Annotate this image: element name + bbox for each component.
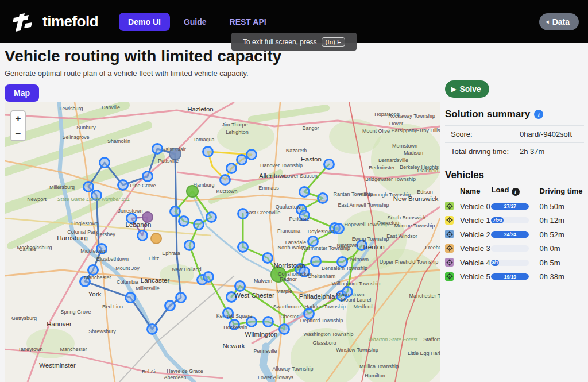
- map-town-label: Cheltenham: [308, 273, 336, 279]
- nav-item-demo-ui[interactable]: Demo UI: [119, 13, 170, 31]
- map-town-label: Winslow Township: [336, 347, 378, 353]
- map-town-label: Lehighton: [226, 129, 249, 135]
- visit-marker[interactable]: [84, 182, 94, 192]
- map-town-label: New Holland: [172, 267, 201, 272]
- map-town-label: Linglestown: [71, 221, 99, 226]
- map-town-label: Hershey: [96, 231, 115, 237]
- visit-marker[interactable]: [308, 237, 318, 246]
- visit-marker[interactable]: [165, 301, 175, 311]
- map-town-label: Danville: [102, 105, 120, 110]
- nav-item-rest-api[interactable]: REST API: [220, 13, 276, 31]
- load-info-icon[interactable]: i: [512, 188, 520, 196]
- visit-marker[interactable]: [100, 158, 110, 168]
- load-bar-fill: 7/23: [491, 217, 504, 223]
- map-town-label: Lower Alloways: [258, 375, 294, 380]
- vehicle-name: Vehicle 5: [460, 270, 491, 284]
- visit-marker[interactable]: [176, 293, 186, 303]
- map-town-label: Lancaster: [141, 277, 170, 284]
- visit-marker[interactable]: [304, 309, 314, 319]
- visit-marker[interactable]: [220, 175, 230, 185]
- vehicles-table: Name Loadi Driving time Vehicle 027/270h…: [445, 186, 584, 284]
- map-town-label: Chester: [280, 314, 299, 319]
- visit-marker[interactable]: [237, 155, 247, 165]
- solution-summary-title: Solution summary: [445, 109, 530, 120]
- vehicle-row: Vehicle 224/240h 52m: [445, 227, 584, 242]
- map-town-label: Marple: [276, 288, 292, 294]
- vehicle-row: Vehicle 027/270h 50m: [445, 199, 584, 214]
- vehicle-driving-time: 0h 12m: [539, 214, 584, 228]
- zoom-out-button[interactable]: −: [11, 126, 25, 140]
- route-map[interactable]: + − LewisburgDanvilleHazletonSunburySeli…: [5, 102, 440, 382]
- map-town-label: Lower Saucon: [284, 173, 318, 179]
- visit-marker[interactable]: [324, 160, 334, 169]
- visit-marker[interactable]: [300, 187, 310, 197]
- map-canvas[interactable]: LewisburgDanvilleHazletonSunburySelinsgr…: [5, 102, 440, 382]
- visit-marker[interactable]: [227, 164, 237, 173]
- visit-marker[interactable]: [185, 241, 195, 250]
- map-town-label: Bangor: [302, 125, 319, 131]
- visit-marker[interactable]: [179, 217, 189, 226]
- visit-marker[interactable]: [318, 194, 328, 203]
- vehicle-name: Vehicle 2: [460, 227, 491, 242]
- summary-info-icon[interactable]: i: [534, 110, 543, 119]
- solve-button[interactable]: ▶ Solve: [445, 80, 489, 98]
- map-town-label: Sunbury: [76, 125, 96, 130]
- visit-marker[interactable]: [126, 293, 136, 303]
- depot-marker[interactable]: [151, 233, 161, 244]
- map-town-label: West Chester: [234, 292, 274, 299]
- visit-marker[interactable]: [143, 172, 153, 182]
- visit-marker[interactable]: [88, 265, 98, 275]
- visit-marker[interactable]: [280, 325, 289, 334]
- vehicle-crosshair-icon: [445, 230, 454, 238]
- map-town-label: Medford: [353, 304, 372, 310]
- summary-row: Total driving time:2h 37m: [445, 143, 584, 160]
- visit-marker[interactable]: [263, 253, 273, 263]
- map-town-label: Washington Township: [303, 331, 353, 337]
- map-town-label: Dover: [389, 121, 403, 126]
- visit-marker[interactable]: [138, 231, 148, 241]
- load-bar-fill: 27/27: [491, 203, 529, 210]
- solve-button-label: Solve: [459, 84, 481, 94]
- page-subtitle: Generate optimal route plan of a vehicle…: [5, 69, 249, 78]
- visit-marker[interactable]: [203, 147, 213, 157]
- visit-marker[interactable]: [204, 272, 214, 282]
- load-bar-fill: 3/1: [491, 260, 498, 266]
- data-button[interactable]: ◂ Data: [539, 13, 579, 30]
- summary-value: 2h 37m: [520, 143, 584, 160]
- map-town-label: Lebanon: [126, 221, 152, 228]
- vehicle-driving-time: 0h 0m: [539, 242, 584, 256]
- visit-marker[interactable]: [311, 257, 321, 267]
- visit-marker[interactable]: [207, 213, 216, 222]
- visit-marker[interactable]: [148, 325, 157, 334]
- visit-marker[interactable]: [238, 242, 248, 252]
- map-town-label: State Game Lands Number 211: [57, 196, 130, 202]
- map-town-label: Wharton State Forest: [368, 337, 417, 342]
- map-town-label: Deptford Township: [300, 318, 343, 323]
- visit-marker[interactable]: [194, 220, 204, 230]
- map-town-label: Bedminster: [369, 165, 395, 171]
- vehicle-row: Vehicle 30h 0m: [445, 242, 584, 256]
- visit-marker[interactable]: [171, 207, 180, 217]
- vehicle-crosshair-icon: [445, 202, 454, 210]
- zoom-in-button[interactable]: +: [11, 111, 25, 126]
- visit-marker[interactable]: [153, 144, 163, 154]
- vehicle-crosshair-icon: [445, 216, 454, 225]
- map-town-label: Mount Joy: [115, 265, 140, 271]
- tab-map[interactable]: Map: [5, 84, 39, 102]
- map-town-label: Pine Grove: [130, 183, 156, 188]
- visit-marker[interactable]: [235, 281, 245, 291]
- visit-marker[interactable]: [334, 224, 344, 234]
- nav-item-guide[interactable]: Guide: [175, 13, 216, 31]
- map-town-label: Shrewsbury: [88, 329, 116, 334]
- map-town-label: Plainfield: [417, 168, 439, 173]
- map-town-label: Kutztown: [216, 188, 237, 194]
- map-town-label: Jonestown: [118, 208, 142, 214]
- visit-marker[interactable]: [118, 180, 128, 190]
- map-town-label: Freehold: [425, 245, 440, 250]
- visit-marker[interactable]: [264, 317, 273, 327]
- visit-marker[interactable]: [247, 150, 257, 160]
- map-town-label: Red Lion: [102, 304, 123, 310]
- summary-label: Total driving time:: [445, 143, 520, 160]
- chevron-left-icon: ◂: [546, 18, 549, 25]
- map-town-label: East Amwell Township: [338, 202, 389, 208]
